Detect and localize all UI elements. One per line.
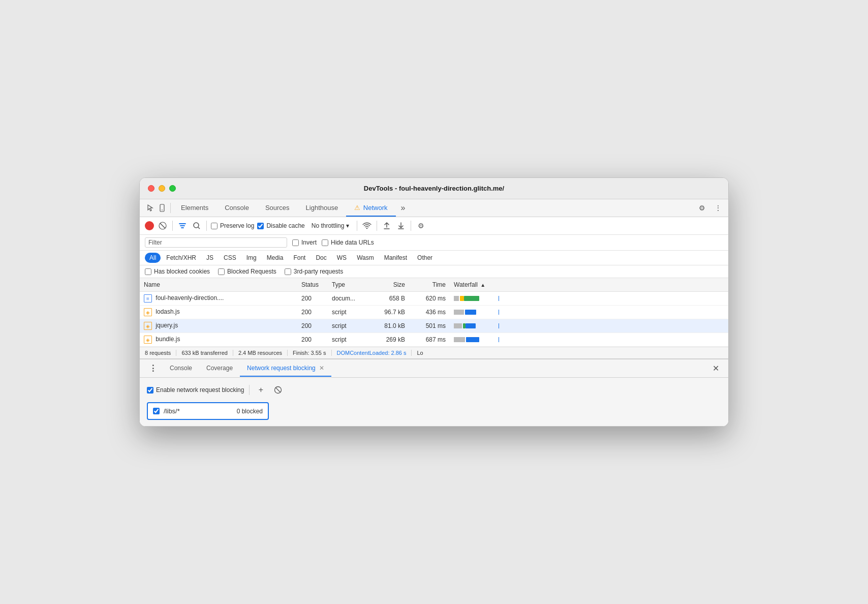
filter-label: Filter bbox=[148, 239, 162, 246]
row-time-1: 436 ms bbox=[409, 306, 450, 319]
row-waterfall-0 bbox=[450, 292, 728, 306]
tab-close-icon[interactable]: ✕ bbox=[319, 365, 324, 372]
filter-button[interactable] bbox=[177, 220, 188, 231]
blocking-rule-item[interactable]: /libs/* 0 blocked bbox=[147, 402, 269, 420]
has-blocked-cookies-checkbox[interactable]: Has blocked cookies bbox=[145, 268, 210, 275]
third-party-checkbox[interactable]: 3rd-party requests bbox=[285, 268, 343, 275]
wf-grey-0 bbox=[454, 296, 459, 301]
col-header-status[interactable]: Status bbox=[297, 278, 328, 292]
devtools-window: DevTools - foul-heavenly-direction.glitc… bbox=[139, 177, 729, 427]
upload-icon[interactable] bbox=[381, 220, 392, 231]
table-row[interactable]: ◈ jquery.js 200 script 81.0 kB 501 ms bbox=[140, 319, 728, 333]
traffic-lights bbox=[148, 185, 176, 192]
invert-checkbox[interactable]: Invert bbox=[292, 239, 317, 246]
block-all-button[interactable] bbox=[272, 384, 284, 396]
row-time-0: 620 ms bbox=[409, 292, 450, 306]
type-filter-other[interactable]: Other bbox=[413, 253, 437, 263]
enable-blocking-checkbox[interactable]: Enable network request blocking bbox=[147, 386, 244, 394]
row-name-3: ◈ bundle.js bbox=[140, 333, 297, 347]
wifi-icon[interactable] bbox=[361, 220, 373, 231]
tab-gear-area: ⚙ ⋮ bbox=[696, 202, 724, 214]
bottom-close-button[interactable]: ✕ bbox=[707, 360, 724, 376]
blocking-divider bbox=[249, 385, 250, 395]
type-filter-media[interactable]: Media bbox=[262, 253, 288, 263]
status-requests: 8 requests bbox=[145, 350, 176, 356]
table-row[interactable]: ◈ lodash.js 200 script 96.7 kB 436 ms bbox=[140, 306, 728, 319]
row-filename-2: jquery.js bbox=[156, 322, 178, 329]
wf-vline-3 bbox=[499, 337, 499, 342]
type-filter-img[interactable]: Img bbox=[242, 253, 261, 263]
wf-blue-1 bbox=[465, 310, 476, 315]
tab-elements[interactable]: Elements bbox=[173, 200, 216, 217]
type-filter-all[interactable]: All bbox=[145, 253, 161, 263]
type-filter-wasm[interactable]: Wasm bbox=[352, 253, 379, 263]
window-title: DevTools - foul-heavenly-direction.glitc… bbox=[148, 185, 720, 192]
rule-checkbox[interactable] bbox=[153, 408, 160, 414]
type-filter-font[interactable]: Font bbox=[289, 253, 310, 263]
row-status-0: 200 bbox=[297, 292, 328, 306]
table-row[interactable]: ≡ foul-heavenly-direction.... 200 docum.… bbox=[140, 292, 728, 306]
col-header-time[interactable]: Time bbox=[409, 278, 450, 292]
col-header-size[interactable]: Size bbox=[368, 278, 409, 292]
tab-network[interactable]: ⚠ Network bbox=[346, 200, 395, 217]
type-filter-js[interactable]: JS bbox=[202, 253, 218, 263]
row-size-2: 81.0 kB bbox=[368, 319, 409, 333]
minimize-button[interactable] bbox=[159, 185, 165, 192]
preserve-log-checkbox[interactable]: Preserve log bbox=[211, 222, 254, 229]
bottom-tab-console[interactable]: Console bbox=[163, 360, 199, 377]
type-filter-doc[interactable]: Doc bbox=[311, 253, 331, 263]
type-filter-fetch-xhr[interactable]: Fetch/XHR bbox=[162, 253, 201, 263]
download-icon[interactable] bbox=[395, 220, 407, 231]
row-status-2: 200 bbox=[297, 319, 328, 333]
bottom-panel: ⋮ Console Coverage Network request block… bbox=[140, 358, 728, 426]
settings-icon[interactable]: ⚙ bbox=[696, 202, 708, 214]
clear-button[interactable] bbox=[157, 220, 168, 231]
table-row[interactable]: ◈ bundle.js 200 script 269 kB 687 ms bbox=[140, 333, 728, 347]
blocked-requests-checkbox[interactable]: Blocked Requests bbox=[218, 268, 276, 275]
wf-grey-3 bbox=[454, 337, 465, 342]
col-header-name[interactable]: Name bbox=[140, 278, 297, 292]
bottom-dots-menu[interactable]: ⋮ bbox=[144, 359, 163, 377]
filter-input[interactable] bbox=[164, 239, 284, 246]
tab-more-button[interactable]: » bbox=[396, 199, 411, 217]
row-waterfall-1 bbox=[450, 306, 728, 319]
throttling-select[interactable]: No throttling ▾ bbox=[308, 221, 353, 231]
cursor-icon[interactable] bbox=[144, 202, 156, 214]
add-blocking-rule-button[interactable]: + bbox=[255, 384, 267, 396]
svg-line-5 bbox=[198, 227, 200, 229]
toolbar-divider-1 bbox=[172, 221, 173, 231]
tab-lighthouse[interactable]: Lighthouse bbox=[298, 200, 347, 217]
toolbar-divider-2 bbox=[206, 221, 207, 231]
maximize-button[interactable] bbox=[169, 185, 176, 192]
row-size-0: 658 B bbox=[368, 292, 409, 306]
throttling-arrow-icon: ▾ bbox=[346, 222, 349, 229]
svg-point-4 bbox=[194, 223, 199, 228]
blocking-toggle: Enable network request blocking + bbox=[147, 384, 721, 396]
wf-blue-2 bbox=[466, 323, 476, 328]
disable-cache-checkbox[interactable]: Disable cache bbox=[257, 222, 304, 229]
tab-toolbar-divider bbox=[170, 203, 171, 213]
record-button[interactable] bbox=[145, 221, 154, 230]
tab-sources[interactable]: Sources bbox=[257, 200, 298, 217]
hide-data-urls-checkbox[interactable]: Hide data URLs bbox=[322, 239, 374, 246]
close-button[interactable] bbox=[148, 185, 154, 192]
network-settings-icon[interactable]: ⚙ bbox=[415, 220, 426, 231]
col-header-type[interactable]: Type bbox=[328, 278, 368, 292]
doc-icon: ≡ bbox=[144, 294, 152, 303]
mobile-icon[interactable] bbox=[156, 202, 168, 214]
col-header-waterfall[interactable]: Waterfall ▲ bbox=[450, 278, 728, 292]
tab-console[interactable]: Console bbox=[216, 200, 257, 217]
search-button[interactable] bbox=[191, 220, 202, 231]
bottom-tab-network-blocking[interactable]: Network request blocking ✕ bbox=[240, 360, 331, 377]
bottom-tab-coverage[interactable]: Coverage bbox=[199, 360, 240, 377]
type-filter-css[interactable]: CSS bbox=[219, 253, 241, 263]
toolbar-divider-4 bbox=[377, 221, 377, 231]
wf-vline-1 bbox=[499, 310, 499, 315]
wf-vline-2 bbox=[499, 323, 499, 328]
type-filter-manifest[interactable]: Manifest bbox=[380, 253, 412, 263]
type-filter-ws[interactable]: WS bbox=[332, 253, 351, 263]
dots-menu-icon[interactable]: ⋮ bbox=[712, 202, 724, 214]
status-resources: 2.4 MB resources bbox=[233, 350, 288, 356]
row-size-3: 269 kB bbox=[368, 333, 409, 347]
sort-icon: ▲ bbox=[480, 282, 485, 288]
